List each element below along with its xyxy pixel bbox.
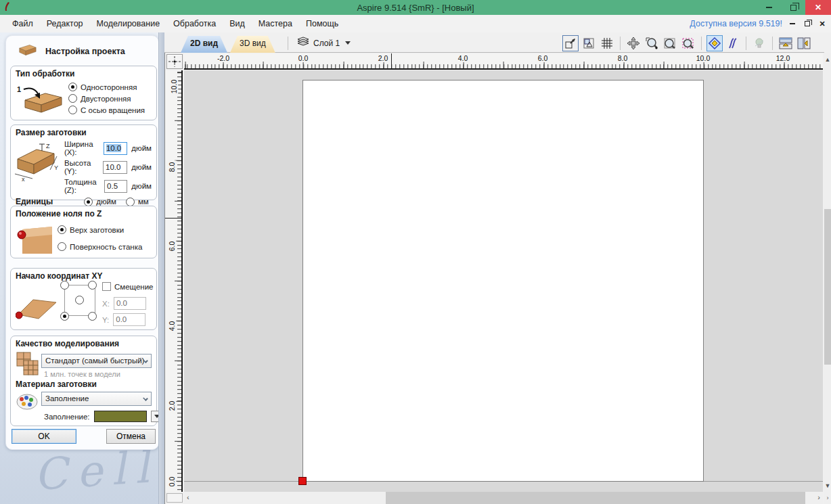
material-title: Материал заготовки <box>16 380 152 389</box>
vertical-ruler: 10.0 8.0 6.0 4.0 2.0 0.0 <box>165 70 183 492</box>
layer-selector[interactable]: Слой 1 <box>297 37 351 49</box>
window-restore-button[interactable] <box>781 0 805 15</box>
offset-checkbox[interactable]: Смещение <box>102 282 154 291</box>
datum-top-left-radio[interactable] <box>60 281 69 290</box>
height-unit: дюйм <box>131 163 152 171</box>
material-dropdown[interactable]: Заполнение <box>41 392 152 406</box>
scroll-left-icon[interactable]: ‹ <box>187 493 189 501</box>
height-input[interactable]: 10.0 <box>103 161 127 174</box>
layer-name: Слой 1 <box>313 39 340 48</box>
v-ruler-label: 8.0 <box>168 161 176 174</box>
cancel-button[interactable]: Отмена <box>106 429 156 444</box>
radio-unit-inch[interactable]: дюйм <box>84 198 116 206</box>
vertical-scroll-thumb[interactable] <box>824 209 831 365</box>
horizontal-scrollbar[interactable]: ‹ › <box>184 492 823 504</box>
pan-icon[interactable] <box>625 35 642 51</box>
h-ruler-label: 4.0 <box>456 54 470 62</box>
fill-color-swatch[interactable] <box>94 411 147 422</box>
scroll-down-icon[interactable]: ▼ <box>824 481 831 490</box>
toggle-2d3d-view-icon[interactable] <box>706 35 723 51</box>
datum-top-right-radio[interactable] <box>88 281 97 290</box>
radio-unit-mm[interactable]: мм <box>126 198 149 206</box>
vertical-scrollbar[interactable]: ▲ ▼ <box>824 53 831 492</box>
datum-position-diagram <box>64 285 95 316</box>
horizontal-scroll-thumb[interactable] <box>386 492 805 504</box>
radio-double-sided[interactable]: Двусторонняя <box>68 94 152 103</box>
scroll-up-icon[interactable]: ▲ <box>824 55 831 64</box>
origin-marker[interactable] <box>298 477 307 485</box>
job-setup-panel: Cell Настройка проекта Тип обработки 1 <box>0 32 164 504</box>
menu-view[interactable]: Вид <box>223 16 252 31</box>
horizontal-ruler: -2.0 0.0 2.0 4.0 6.0 8.0 10.0 12.0 <box>184 53 823 70</box>
tab-2d-view[interactable]: 2D вид <box>181 36 227 53</box>
thickness-input[interactable]: 0.5 <box>104 180 127 193</box>
cursor-y-marker <box>165 218 181 219</box>
window-minimize-button[interactable] <box>757 0 781 15</box>
radio-rotary[interactable]: С осью вращения <box>68 106 152 114</box>
tile-windows-icon[interactable] <box>778 35 794 51</box>
drawing-canvas[interactable] <box>184 70 823 492</box>
grid-icon[interactable] <box>599 35 615 51</box>
h-ruler-label: 2.0 <box>376 54 390 62</box>
zoom-in-icon[interactable] <box>644 35 660 51</box>
dock-panel-icon[interactable] <box>796 35 812 51</box>
resolution-note: 1 млн. точек в модели <box>44 370 120 378</box>
menu-toolpaths[interactable]: Обработка <box>166 16 223 31</box>
datum-center-radio[interactable] <box>75 296 84 304</box>
zoom-to-drawing-icon[interactable] <box>581 35 597 51</box>
h-ruler-label: 0.0 <box>296 54 311 62</box>
thickness-label: Толщина (Z): <box>64 178 100 194</box>
width-input[interactable]: 10.0 <box>104 142 127 155</box>
zoom-window-icon[interactable] <box>662 35 678 51</box>
scroll-right-icon[interactable]: › <box>817 493 820 501</box>
ok-button[interactable]: OK <box>12 429 76 444</box>
ruler-origin-button[interactable] <box>166 54 183 69</box>
menu-help[interactable]: Помощь <box>299 16 345 31</box>
radio-z-machine-bed[interactable]: Поверхность станка <box>58 242 152 251</box>
mdi-minimize-button[interactable] <box>788 18 797 29</box>
material-sheet[interactable] <box>302 80 704 482</box>
datum-bottom-right-radio[interactable] <box>88 312 97 321</box>
title-bar: Aspire 9.514 {SmR} - [Новый] ✕ <box>0 0 831 15</box>
radio-z-top[interactable]: Верх заготовки <box>58 225 152 234</box>
v-ruler-label: 10.0 <box>170 78 178 95</box>
mdi-restore-button[interactable] <box>803 18 812 29</box>
job-size-section: Размер заготовки Z Y x <box>10 124 157 200</box>
offset-x-input[interactable]: 0.0 <box>114 297 146 310</box>
offset-y-label: Y: <box>102 316 109 324</box>
zoom-selected-icon[interactable] <box>680 35 696 51</box>
offset-y-input[interactable]: 0.0 <box>113 313 145 326</box>
snap-curves-icon[interactable] <box>725 35 741 51</box>
panel-scrollbar[interactable] <box>158 32 164 504</box>
svg-text:Y: Y <box>54 164 58 171</box>
menu-edit[interactable]: Редактор <box>40 16 90 31</box>
thickness-unit: дюйм <box>131 182 152 190</box>
panel-title: Настройка проекта <box>45 47 125 56</box>
radio-single-sided[interactable]: Односторонняя <box>68 83 152 91</box>
z-zero-title: Положение ноля по Z <box>16 209 152 219</box>
h-ruler-label: 8.0 <box>616 54 630 62</box>
zoom-to-box-icon[interactable] <box>562 35 579 51</box>
menu-modeling[interactable]: Моделирование <box>90 16 167 31</box>
job-setup-card: Настройка проекта Тип обработки 1 <box>5 35 159 450</box>
resolution-dropdown[interactable]: Стандарт (самый быстрый) <box>41 354 152 368</box>
units-label: Единицы <box>16 197 53 206</box>
window-close-button[interactable]: ✕ <box>805 0 831 15</box>
job-type-section: Тип обработки 1 Односторонняя <box>10 66 157 120</box>
mdi-close-button[interactable]: ✕ <box>817 18 827 29</box>
lamp-icon[interactable] <box>751 35 767 51</box>
v-ruler-label: 0.0 <box>168 476 176 488</box>
datum-bottom-left-radio[interactable] <box>60 312 69 321</box>
job-type-title: Тип обработки <box>16 69 152 78</box>
menu-gadgets[interactable]: Мастера <box>252 16 299 31</box>
h-ruler-label: 12.0 <box>774 54 792 62</box>
modeling-quality-title: Качество моделирования <box>16 339 152 348</box>
width-unit: дюйм <box>131 144 152 152</box>
update-version-link[interactable]: Доступна версия 9.519! <box>690 19 782 28</box>
tab-3d-view[interactable]: 3D вид <box>230 36 275 53</box>
menu-bar: Файл Редактор Моделирование Обработка Ви… <box>0 15 831 32</box>
job-type-icon: 1 <box>16 80 68 117</box>
menu-file[interactable]: Файл <box>5 16 40 31</box>
h-ruler-label: 6.0 <box>536 54 550 62</box>
xy-datum-icon <box>16 293 58 323</box>
